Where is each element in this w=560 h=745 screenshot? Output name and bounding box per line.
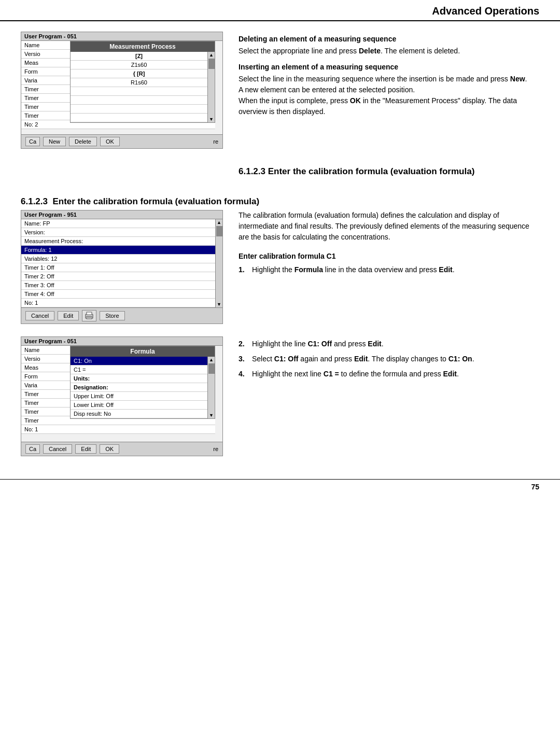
scrollbar-1[interactable]: ▲ ▼ — [207, 52, 215, 122]
inner-dialog-3: Formula C1: On C1 = Units: Designation: … — [70, 346, 215, 419]
step-3-text: Select C1: Off again and press Edit. The… — [252, 354, 474, 364]
edit-btn-3[interactable]: Edit — [75, 444, 96, 454]
step-2: 2. Highlight the line C1: Off and press … — [239, 339, 539, 349]
page-number: 75 — [531, 483, 539, 491]
inner-dialog-1: Measurement Process [Z] Z1s60 { [R] R1s6… — [70, 41, 215, 123]
ui-footer-3: Ca Cancel Edit OK re — [21, 442, 222, 456]
section-3-text: The calibration formula (evaluation form… — [239, 210, 539, 324]
list-item: Version: — [21, 228, 215, 237]
inner-row: Designation: — [71, 383, 207, 392]
step-3-num: 3. — [239, 354, 248, 364]
section-3-row: User Program - 951 Name: FP Version: Mea… — [21, 210, 539, 324]
step-2-text: Highlight the line C1: Off and press Edi… — [252, 339, 384, 349]
ui-outer-title-1: User Program - 051 — [21, 32, 222, 41]
page-footer: 75 — [0, 479, 560, 494]
section-1-text: Deleting an element of a measuring seque… — [239, 32, 539, 149]
svg-rect-2 — [87, 312, 92, 315]
insert-section: Inserting an element of a measuring sequ… — [239, 62, 539, 117]
main-content: User Program - 051 Name Versio Meas Form… — [0, 21, 560, 479]
printer-icon-svg — [85, 312, 94, 320]
scroll-thumb — [208, 59, 215, 69]
outer-row: No: 1 — [21, 425, 215, 434]
edit-button-2[interactable]: Edit — [58, 311, 79, 320]
step-3: 3. Select C1: Off again and press Edit. … — [239, 354, 539, 364]
re-label-3: re — [213, 446, 218, 452]
insert-text-1: Select the line in the measuring sequenc… — [239, 74, 539, 85]
screenshot-3: User Program - 051 Name Versio Meas Form… — [21, 336, 223, 456]
ui-box-1: User Program - 051 Name Versio Meas Form… — [21, 32, 223, 149]
delete-section: Deleting an element of a measuring seque… — [239, 34, 539, 57]
ui-title-2: User Program - 951 — [21, 210, 222, 219]
inner-rows-wrap-3: C1: On C1 = Units: Designation: Upper Li… — [71, 357, 215, 418]
enter-c1-section: Enter calibration formula C1 1. Highligh… — [239, 252, 539, 275]
inner-rows-wrap: [Z] Z1s60 { [R] R1s60 — [71, 52, 215, 122]
list-item: Variables: 12 — [21, 255, 215, 263]
ca-btn-3[interactable]: Ca — [25, 444, 40, 454]
inner-row — [71, 87, 207, 96]
section-2-left — [21, 161, 223, 184]
ui-rows-wrap-2: Name: FP Version: Measurement Process: F… — [21, 219, 222, 307]
calibration-formula-body: The calibration formula (evaluation form… — [239, 210, 539, 243]
ok-button-1[interactable]: OK — [100, 137, 120, 146]
inner-row: { [R] — [71, 69, 207, 78]
section-heading-row: 6.1.2.3 Enter the calibration formula (e… — [21, 196, 539, 207]
calibration-formula-text: The calibration formula (evaluation form… — [239, 210, 539, 243]
page-title: Advanced Operations — [432, 5, 539, 17]
inner-row-selected: C1: On — [71, 357, 207, 366]
scroll-up-3[interactable]: ▲ — [208, 357, 215, 362]
screenshot-1: User Program - 051 Name Versio Meas Form… — [21, 32, 223, 149]
ui-box-2: User Program - 951 Name: FP Version: Mea… — [21, 210, 223, 324]
list-item: No: 1 — [21, 299, 215, 307]
step-1-num: 1. — [239, 264, 248, 275]
inner-dialog-title-1: Measurement Process — [71, 41, 215, 52]
list-item: Name: FP — [21, 219, 215, 228]
ui-footer-1: Ca New Delete OK re — [21, 134, 222, 148]
step-1: 1. Highlight the Formula line in the dat… — [239, 264, 539, 275]
step-4-text: Highlight the next line C1 = to define t… — [252, 369, 459, 379]
list-item: Measurement Process: — [21, 237, 215, 246]
insert-text-2: A new element can be entered at the sele… — [239, 85, 539, 95]
insert-heading: Inserting an element of a measuring sequ… — [239, 62, 539, 73]
ui-outer-title-3: User Program - 051 — [21, 337, 222, 346]
inner-row: [Z] — [71, 52, 207, 61]
ui-footer-2: Cancel Edit Store — [21, 307, 222, 324]
new-button[interactable]: New — [43, 137, 66, 146]
scroll-down[interactable]: ▼ — [208, 117, 215, 122]
list-item: Timer 3: Off — [21, 281, 215, 290]
delete-heading: Deleting an element of a measuring seque… — [239, 34, 539, 45]
svg-rect-1 — [87, 316, 92, 319]
list-item: Timer 2: Off — [21, 272, 215, 281]
scrollbar-2[interactable]: ▲ ▼ — [215, 219, 222, 307]
screenshot-2: User Program - 951 Name: FP Version: Mea… — [21, 210, 223, 324]
step-4-num: 4. — [239, 369, 248, 379]
scroll-thumb-3 — [208, 363, 215, 374]
ui-overlay-3: Name Versio Meas Form Varia Timer Timer … — [21, 346, 222, 442]
scroll-down-2[interactable]: ▼ — [216, 302, 222, 307]
ui-box-3: User Program - 051 Name Versio Meas Form… — [21, 336, 223, 456]
cancel-btn-3[interactable]: Cancel — [43, 444, 72, 454]
scrollbar-3[interactable]: ▲ ▼ — [207, 357, 215, 418]
inner-row: Units: — [71, 374, 207, 383]
delete-button[interactable]: Delete — [69, 137, 97, 146]
scroll-down-3[interactable]: ▼ — [208, 413, 215, 418]
cancel-button-2[interactable]: Cancel — [25, 311, 54, 320]
re-label: re — [213, 138, 218, 145]
inner-row: Upper Limit: Off — [71, 392, 207, 401]
section-heading: 6.1.2.3 Enter the calibration formula (e… — [239, 166, 539, 177]
inner-row — [71, 96, 207, 105]
delete-text: Select the appropriate line and press De… — [239, 46, 539, 57]
inner-row: R1s60 — [71, 78, 207, 87]
store-icon[interactable] — [82, 310, 96, 321]
insert-text-3: When the input is complete, press OK in … — [239, 95, 539, 117]
ok-btn-3[interactable]: OK — [100, 444, 119, 454]
store-button[interactable]: Store — [100, 311, 124, 320]
inner-row: Lower Limit: Off — [71, 401, 207, 410]
section-2-heading-full: 6.1.2.3 Enter the calibration formula (e… — [21, 196, 539, 207]
ui-overlay-1: Name Versio Meas Form Varia Timer Timer … — [21, 41, 222, 134]
cancel-partial-btn-1[interactable]: Ca — [25, 137, 40, 146]
scroll-thumb-2 — [216, 226, 222, 236]
scroll-up-2[interactable]: ▲ — [216, 219, 222, 225]
scroll-up[interactable]: ▲ — [208, 52, 215, 58]
inner-row: Disp result: No — [71, 410, 207, 418]
step-4: 4. Highlight the next line C1 = to defin… — [239, 369, 539, 379]
